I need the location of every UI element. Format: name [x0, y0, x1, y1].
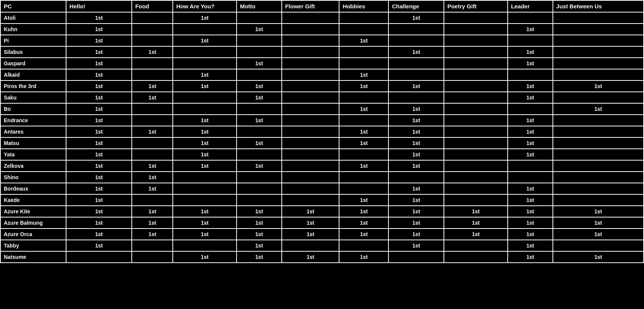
- cell-pc: Bordeaux: [0, 183, 66, 194]
- cell-hello: 1st: [66, 92, 132, 103]
- cell-motto: [237, 172, 282, 183]
- cell-flower: [282, 58, 339, 69]
- cell-just: [553, 24, 644, 35]
- table-row: Azure Orca1st1st1st1st1st1st1st1st1st1st: [0, 229, 644, 240]
- cell-food: [132, 69, 173, 80]
- cell-leader: 1st: [508, 194, 553, 206]
- cell-howare: [173, 24, 237, 35]
- cell-challenge: 1st: [388, 194, 444, 206]
- cell-howare: 1st: [173, 137, 237, 149]
- column-header-how-are-you: How Are You?: [173, 0, 237, 12]
- cell-hello: 1st: [66, 240, 132, 251]
- cell-food: 1st: [132, 206, 173, 217]
- cell-challenge: 1st: [388, 46, 444, 58]
- cell-poetry: [444, 115, 508, 126]
- cell-motto: [237, 35, 282, 46]
- cell-howare: [173, 172, 237, 183]
- cell-just: [553, 92, 644, 103]
- cell-poetry: [444, 80, 508, 92]
- cell-flower: [282, 160, 339, 172]
- cell-hobbies: 1st: [339, 103, 388, 115]
- cell-hello: 1st: [66, 80, 132, 92]
- table-row: Bo1st1st1st1st: [0, 103, 644, 115]
- cell-poetry: 1st: [444, 229, 508, 240]
- cell-motto: [237, 46, 282, 58]
- cell-food: [132, 149, 173, 160]
- table-row: Zelkova1st1st1st1st1st1st: [0, 160, 644, 172]
- cell-pc: Alkaid: [0, 69, 66, 80]
- cell-challenge: [388, 58, 444, 69]
- cell-food: [132, 12, 173, 24]
- column-header-motto: Motto: [237, 0, 282, 12]
- cell-hello: 1st: [66, 172, 132, 183]
- cell-food: [132, 115, 173, 126]
- cell-motto: 1st: [237, 206, 282, 217]
- cell-motto: 1st: [237, 24, 282, 35]
- cell-challenge: 1st: [388, 103, 444, 115]
- cell-poetry: [444, 35, 508, 46]
- cell-just: 1st: [553, 251, 644, 263]
- cell-leader: 1st: [508, 149, 553, 160]
- cell-motto: 1st: [237, 240, 282, 251]
- cell-pc: Pi: [0, 35, 66, 46]
- cell-pc: Gaspard: [0, 58, 66, 69]
- cell-just: [553, 240, 644, 251]
- table-container: PCHello!FoodHow Are You?MottoFlower Gift…: [0, 0, 644, 309]
- cell-hobbies: [339, 46, 388, 58]
- cell-poetry: [444, 12, 508, 24]
- cell-challenge: 1st: [388, 137, 444, 149]
- cell-hello: 1st: [66, 58, 132, 69]
- cell-howare: 1st: [173, 69, 237, 80]
- cell-hello: 1st: [66, 217, 132, 229]
- cell-hobbies: [339, 24, 388, 35]
- cell-leader: [508, 69, 553, 80]
- cell-flower: [282, 24, 339, 35]
- cell-poetry: [444, 251, 508, 263]
- cell-just: [553, 194, 644, 206]
- cell-food: 1st: [132, 160, 173, 172]
- cell-poetry: [444, 92, 508, 103]
- cell-hello: 1st: [66, 12, 132, 24]
- cell-hobbies: [339, 58, 388, 69]
- cell-food: 1st: [132, 126, 173, 137]
- cell-leader: 1st: [508, 126, 553, 137]
- cell-pc: Silabus: [0, 46, 66, 58]
- cell-flower: [282, 12, 339, 24]
- table-row: Shino1st1st: [0, 172, 644, 183]
- cell-hobbies: 1st: [339, 80, 388, 92]
- cell-motto: 1st: [237, 229, 282, 240]
- column-header-just-between-us: Just Between Us: [553, 0, 644, 12]
- cell-poetry: [444, 46, 508, 58]
- table-header: PCHello!FoodHow Are You?MottoFlower Gift…: [0, 0, 644, 12]
- cell-hobbies: [339, 12, 388, 24]
- cell-food: 1st: [132, 46, 173, 58]
- cell-food: [132, 35, 173, 46]
- cell-leader: 1st: [508, 251, 553, 263]
- cell-just: [553, 183, 644, 194]
- cell-howare: [173, 194, 237, 206]
- cell-howare: 1st: [173, 35, 237, 46]
- cell-flower: [282, 103, 339, 115]
- cell-challenge: [388, 172, 444, 183]
- cell-poetry: [444, 58, 508, 69]
- cell-leader: 1st: [508, 80, 553, 92]
- cell-leader: 1st: [508, 46, 553, 58]
- cell-flower: [282, 92, 339, 103]
- cell-flower: [282, 183, 339, 194]
- cell-hello: 1st: [66, 149, 132, 160]
- cell-hello: 1st: [66, 126, 132, 137]
- cell-food: [132, 58, 173, 69]
- cell-pc: Azure Orca: [0, 229, 66, 240]
- cell-howare: [173, 103, 237, 115]
- cell-motto: 1st: [237, 80, 282, 92]
- cell-food: [132, 194, 173, 206]
- cell-food: 1st: [132, 172, 173, 183]
- cell-hello: 1st: [66, 183, 132, 194]
- cell-howare: 1st: [173, 251, 237, 263]
- table-row: Yata1st1st1st1st: [0, 149, 644, 160]
- cell-leader: 1st: [508, 137, 553, 149]
- cell-hello: 1st: [66, 137, 132, 149]
- cell-flower: [282, 115, 339, 126]
- cell-hello: 1st: [66, 46, 132, 58]
- cell-flower: 1st: [282, 217, 339, 229]
